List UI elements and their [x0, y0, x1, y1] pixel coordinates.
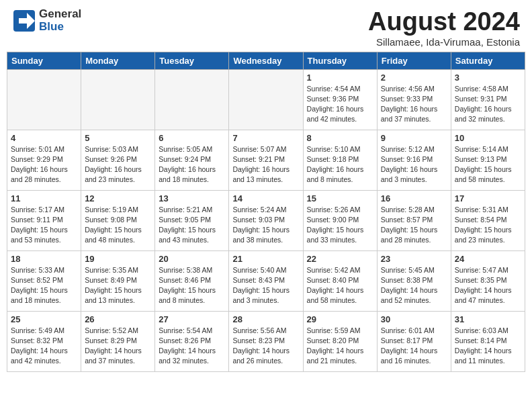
day-number: 8: [307, 133, 373, 143]
header-sunday: Sunday: [7, 52, 81, 69]
daylight-text: Daylight: 15 hours and 28 minutes.: [381, 225, 447, 245]
day-number: 23: [381, 254, 447, 264]
day-number: 20: [159, 254, 225, 264]
sunrise-text: Sunrise: 5:31 AM: [455, 205, 521, 215]
calendar-cell: 24Sunrise: 5:47 AMSunset: 8:35 PMDayligh…: [451, 250, 525, 311]
sunset-text: Sunset: 9:33 PM: [381, 94, 447, 104]
daylight-text: Daylight: 14 hours and 52 minutes.: [381, 285, 447, 306]
sunrise-text: Sunrise: 5:14 AM: [455, 144, 521, 154]
sunrise-text: Sunrise: 6:01 AM: [381, 326, 447, 336]
header-friday: Friday: [377, 52, 451, 69]
daylight-text: Daylight: 16 hours and 37 minutes.: [381, 104, 447, 124]
day-number: 19: [85, 254, 151, 264]
sunset-text: Sunset: 9:26 PM: [85, 154, 151, 165]
sunrise-text: Sunrise: 5:10 AM: [307, 144, 373, 154]
calendar-cell: 23Sunrise: 5:45 AMSunset: 8:38 PMDayligh…: [377, 250, 451, 311]
sunrise-text: Sunrise: 5:45 AM: [381, 265, 447, 275]
day-number: 14: [232, 193, 299, 203]
logo-icon: [12, 9, 36, 33]
daylight-text: Daylight: 16 hours and 28 minutes.: [11, 165, 77, 185]
sunrise-text: Sunrise: 5:54 AM: [159, 326, 225, 336]
sunrise-text: Sunrise: 5:40 AM: [232, 265, 299, 275]
calendar-cell: 15Sunrise: 5:26 AMSunset: 9:00 PMDayligh…: [303, 190, 377, 250]
sunrise-text: Sunrise: 5:38 AM: [159, 265, 225, 275]
daylight-text: Daylight: 15 hours and 3 minutes.: [232, 285, 299, 306]
calendar-cell: 13Sunrise: 5:21 AMSunset: 9:05 PMDayligh…: [155, 190, 229, 250]
daylight-text: Daylight: 15 hours and 8 minutes.: [159, 285, 225, 306]
daylight-text: Daylight: 15 hours and 43 minutes.: [159, 225, 225, 245]
sunset-text: Sunset: 8:46 PM: [159, 275, 225, 285]
calendar-cell: [81, 69, 155, 130]
day-number: 9: [381, 133, 447, 143]
daylight-text: Daylight: 15 hours and 53 minutes.: [11, 225, 77, 245]
day-number: 30: [381, 314, 447, 324]
sunset-text: Sunset: 9:21 PM: [232, 154, 299, 165]
sunrise-text: Sunrise: 5:03 AM: [85, 144, 151, 154]
logo-text: General Blue: [39, 8, 81, 33]
day-number: 18: [11, 254, 77, 264]
sunset-text: Sunset: 9:00 PM: [307, 215, 373, 225]
daylight-text: Daylight: 16 hours and 42 minutes.: [307, 104, 373, 124]
calendar-cell: [229, 69, 303, 130]
day-number: 29: [307, 314, 373, 324]
sunset-text: Sunset: 8:26 PM: [159, 336, 225, 346]
calendar-cell: 25Sunrise: 5:49 AMSunset: 8:32 PMDayligh…: [7, 311, 81, 371]
sunset-text: Sunset: 9:05 PM: [159, 215, 225, 225]
sunrise-text: Sunrise: 5:28 AM: [381, 205, 447, 215]
day-number: 15: [307, 193, 373, 203]
sunrise-text: Sunrise: 5:12 AM: [381, 144, 447, 154]
sunset-text: Sunset: 9:16 PM: [381, 154, 447, 165]
calendar-cell: 12Sunrise: 5:19 AMSunset: 9:08 PMDayligh…: [81, 190, 155, 250]
sunrise-text: Sunrise: 5:01 AM: [11, 144, 77, 154]
day-number: 5: [85, 133, 151, 143]
sunrise-text: Sunrise: 5:26 AM: [307, 205, 373, 215]
daylight-text: Daylight: 14 hours and 47 minutes.: [455, 285, 521, 306]
sunset-text: Sunset: 9:08 PM: [85, 215, 151, 225]
sunset-text: Sunset: 9:18 PM: [307, 154, 373, 165]
sunrise-text: Sunrise: 5:07 AM: [232, 144, 299, 154]
sunrise-text: Sunrise: 6:03 AM: [455, 326, 521, 336]
calendar-cell: 26Sunrise: 5:52 AMSunset: 8:29 PMDayligh…: [81, 311, 155, 371]
daylight-text: Daylight: 16 hours and 3 minutes.: [381, 165, 447, 185]
daylight-text: Daylight: 16 hours and 18 minutes.: [159, 165, 225, 185]
day-number: 13: [159, 193, 225, 203]
sunrise-text: Sunrise: 5:24 AM: [232, 205, 299, 215]
sunset-text: Sunset: 8:23 PM: [232, 336, 299, 346]
day-number: 11: [11, 193, 77, 203]
sunset-text: Sunset: 8:40 PM: [307, 275, 373, 285]
sunset-text: Sunset: 8:54 PM: [455, 215, 521, 225]
daylight-text: Daylight: 15 hours and 38 minutes.: [232, 225, 299, 245]
daylight-text: Daylight: 15 hours and 48 minutes.: [85, 225, 151, 245]
sunset-text: Sunset: 9:24 PM: [159, 154, 225, 165]
day-number: 25: [11, 314, 77, 324]
calendar-cell: [155, 69, 229, 130]
daylight-text: Daylight: 16 hours and 13 minutes.: [232, 165, 299, 185]
sunrise-text: Sunrise: 5:33 AM: [11, 265, 77, 275]
calendar-cell: 1Sunrise: 4:54 AMSunset: 9:36 PMDaylight…: [303, 69, 377, 130]
location: Sillamaee, Ida-Virumaa, Estonia: [368, 36, 520, 48]
sunrise-text: Sunrise: 5:17 AM: [11, 205, 77, 215]
day-number: 6: [159, 133, 225, 143]
week-row-3: 11Sunrise: 5:17 AMSunset: 9:11 PMDayligh…: [7, 190, 525, 250]
sunrise-text: Sunrise: 4:54 AM: [307, 84, 373, 94]
sunrise-text: Sunrise: 5:42 AM: [307, 265, 373, 275]
calendar-cell: 7Sunrise: 5:07 AMSunset: 9:21 PMDaylight…: [229, 130, 303, 190]
calendar-cell: 17Sunrise: 5:31 AMSunset: 8:54 PMDayligh…: [451, 190, 525, 250]
week-row-4: 18Sunrise: 5:33 AMSunset: 8:52 PMDayligh…: [7, 250, 525, 311]
daylight-text: Daylight: 16 hours and 23 minutes.: [85, 165, 151, 185]
calendar: Sunday Monday Tuesday Wednesday Thursday…: [7, 52, 525, 372]
page-container: General Blue August 2024 Sillamaee, Ida-…: [0, 0, 532, 411]
sunrise-text: Sunrise: 5:35 AM: [85, 265, 151, 275]
sunrise-text: Sunrise: 5:49 AM: [11, 326, 77, 336]
header-thursday: Thursday: [303, 52, 377, 69]
day-number: 4: [11, 133, 77, 143]
day-number: 1: [307, 73, 373, 83]
sunset-text: Sunset: 9:13 PM: [455, 154, 521, 165]
daylight-text: Daylight: 16 hours and 8 minutes.: [307, 165, 373, 185]
weekday-header-row: Sunday Monday Tuesday Wednesday Thursday…: [7, 52, 525, 69]
daylight-text: Daylight: 14 hours and 16 minutes.: [381, 346, 447, 366]
sunrise-text: Sunrise: 4:56 AM: [381, 84, 447, 94]
logo: General Blue: [12, 8, 81, 33]
day-number: 12: [85, 193, 151, 203]
sunset-text: Sunset: 8:49 PM: [85, 275, 151, 285]
